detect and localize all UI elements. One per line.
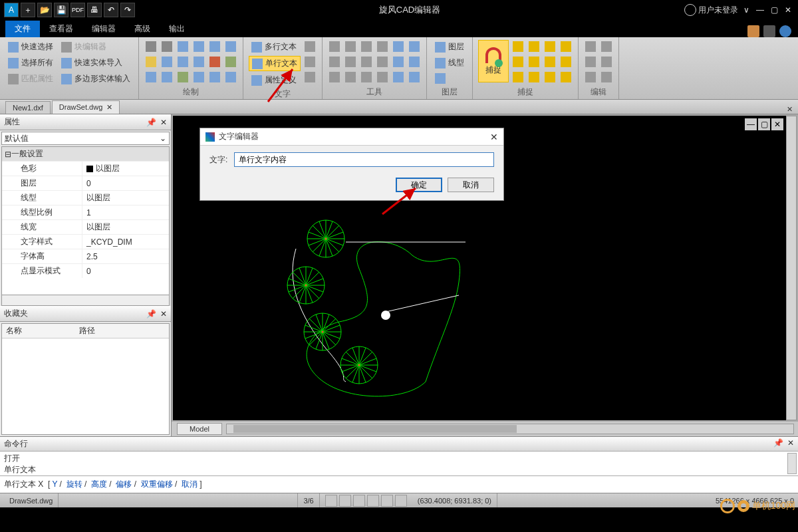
rect-tool-icon[interactable]	[176, 40, 190, 53]
tool-scale-icon[interactable]	[360, 40, 373, 53]
spline-tool-icon[interactable]	[192, 55, 205, 68]
prop-row-layer[interactable]: 图层0	[2, 176, 169, 190]
model-tab[interactable]: Model	[177, 423, 222, 435]
cmd-opt-offset[interactable]: 偏移	[116, 479, 132, 489]
cmd-pin-icon[interactable]: 📌	[773, 438, 783, 450]
panel-close-icon[interactable]: ✕	[160, 118, 167, 127]
cloud-tool-icon[interactable]	[208, 40, 221, 53]
polygon-tool-icon[interactable]	[192, 40, 205, 53]
snap-ext-icon[interactable]	[543, 55, 557, 68]
snap-nea-icon[interactable]	[543, 70, 557, 84]
tool-rotate-icon[interactable]	[344, 40, 357, 53]
theme-icon[interactable]	[747, 25, 759, 37]
tool-offset-icon[interactable]	[408, 40, 421, 53]
user-dropdown-icon[interactable]: ∨	[740, 4, 752, 16]
tool-explode-icon[interactable]	[328, 70, 341, 84]
ellipse-tool-icon[interactable]	[176, 55, 190, 68]
status-lwt-icon[interactable]	[395, 495, 407, 507]
tool-join-icon[interactable]	[376, 55, 389, 68]
linetype-button[interactable]: 线型	[432, 56, 467, 70]
snap-nod-icon[interactable]	[559, 40, 573, 53]
paste-icon[interactable]	[600, 40, 613, 53]
wipeout-tool-icon[interactable]	[224, 70, 237, 84]
attr-def-button[interactable]: 属性定义	[249, 73, 301, 87]
dialog-text-input[interactable]	[234, 152, 494, 167]
status-grid-icon[interactable]	[339, 495, 351, 507]
cmd-opt-cancel[interactable]: 取消	[182, 479, 198, 489]
prop-row-textstyle[interactable]: 文字样式_KCYD_DIM	[2, 234, 169, 249]
purge-icon[interactable]	[600, 70, 613, 84]
select-all-button[interactable]: 选择所有	[5, 56, 56, 70]
property-scrollbar[interactable]	[2, 295, 169, 305]
circle-tool-icon[interactable]	[144, 55, 158, 68]
undo-icon[interactable]: ↶	[104, 3, 118, 17]
tool-measure-icon[interactable]	[408, 70, 421, 84]
pin-icon[interactable]: 📌	[146, 118, 156, 127]
menu-editor[interactable]: 编辑器	[82, 21, 125, 37]
cmd-opt-y[interactable]: Y	[52, 479, 57, 489]
snap-app-icon[interactable]	[559, 70, 573, 84]
menu-output[interactable]: 输出	[160, 21, 194, 37]
drawing-canvas[interactable]: — ▢ ✕	[173, 116, 797, 420]
print-icon[interactable]: 🖶	[87, 3, 102, 17]
command-prompt[interactable]: 单行文本 X [ Y / 旋转 / 高度 / 偏移 / 双重偏移 / 取消 ]	[0, 475, 798, 493]
mtext-button[interactable]: 多行文本	[249, 40, 301, 54]
property-category-general[interactable]: ⊟ 一般设置	[2, 147, 169, 161]
status-polar-icon[interactable]	[367, 495, 379, 507]
snap-cen-icon[interactable]	[543, 40, 557, 53]
dialog-title-bar[interactable]: 文字编辑器 ✕	[200, 128, 503, 146]
menu-file[interactable]: 文件	[5, 21, 40, 37]
menu-viewer[interactable]: 查看器	[40, 21, 82, 37]
fav-col-name[interactable]: 名称	[6, 325, 79, 336]
file-tab-drawset[interactable]: DrawSet.dwg✕	[52, 100, 120, 114]
tool-divide-icon[interactable]	[392, 70, 405, 84]
prop-row-linetype[interactable]: 线型以图层	[2, 190, 169, 205]
help-icon[interactable]	[779, 25, 791, 37]
prop-row-lineweight[interactable]: 线宽以图层	[2, 219, 169, 234]
tool-move-icon[interactable]	[328, 40, 341, 53]
snap-end-icon[interactable]	[511, 40, 525, 53]
text-extra1-icon[interactable]	[303, 40, 317, 53]
single-text-button[interactable]: 单行文本	[249, 56, 301, 71]
polyline-tool-icon[interactable]	[160, 40, 174, 53]
file-tab-new1[interactable]: New1.dxf	[5, 101, 51, 114]
status-osnap-icon[interactable]	[381, 495, 393, 507]
cut-icon[interactable]	[584, 55, 597, 68]
dialog-ok-button[interactable]: 确定	[396, 178, 442, 192]
command-scrollbar[interactable]	[787, 453, 797, 474]
settings-icon[interactable]	[763, 25, 775, 37]
quick-select-button[interactable]: 快速选择	[5, 40, 56, 54]
copy-icon[interactable]	[584, 40, 597, 53]
cmd-close-icon[interactable]: ✕	[787, 438, 794, 450]
close-all-tabs-icon[interactable]: ✕	[787, 105, 793, 114]
prop-row-textheight[interactable]: 字体高2.5	[2, 249, 169, 263]
tool-align-icon[interactable]	[344, 70, 357, 84]
prop-row-pointmode[interactable]: 点显示模式0	[2, 263, 169, 278]
prop-row-ltscale[interactable]: 线型比例1	[2, 205, 169, 219]
status-snap-icon[interactable]	[325, 495, 337, 507]
dialog-cancel-button[interactable]: 取消	[448, 178, 494, 192]
status-ortho-icon[interactable]	[353, 495, 365, 507]
tool-lengthen-icon[interactable]	[376, 70, 389, 84]
props-icon[interactable]	[584, 70, 597, 84]
delete-icon[interactable]	[600, 55, 613, 68]
save-icon[interactable]: 💾	[54, 3, 68, 17]
insert-tool-icon[interactable]	[208, 70, 221, 84]
fav-col-path[interactable]: 路径	[79, 325, 95, 336]
layer-extra-button[interactable]	[432, 72, 467, 85]
cmd-opt-height[interactable]: 高度	[91, 479, 107, 489]
leader-tool-icon[interactable]	[160, 70, 174, 84]
canvas-vscrollbar[interactable]	[786, 116, 797, 420]
layer-button[interactable]: 图层	[432, 40, 467, 54]
canvas-hscrollbar[interactable]	[226, 424, 794, 434]
line-tool-icon[interactable]	[144, 40, 158, 53]
minimize-button[interactable]: —	[754, 4, 766, 16]
text-extra3-icon[interactable]	[303, 70, 317, 84]
polygon-entity-button[interactable]: 多边形实体输入	[59, 72, 133, 86]
redo-icon[interactable]: ↷	[120, 3, 135, 17]
menu-advanced[interactable]: 高级	[125, 21, 160, 37]
tool-array-icon[interactable]	[392, 40, 405, 53]
tool-trim-icon[interactable]	[328, 55, 341, 68]
open-file-icon[interactable]: 📂	[37, 3, 52, 17]
arc-tool-icon[interactable]	[160, 55, 174, 68]
